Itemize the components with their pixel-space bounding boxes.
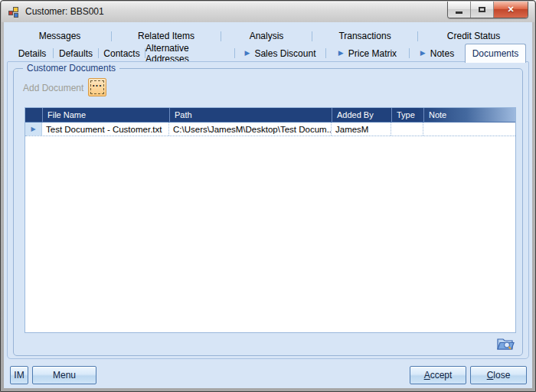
grid-header-file-name[interactable]: File Name	[42, 108, 169, 122]
row-selector-arrow-icon: ▶	[31, 126, 35, 132]
open-document-folder-button[interactable]	[496, 336, 515, 351]
tab-notes[interactable]: ▶ Notes	[410, 44, 465, 62]
maximize-button[interactable]	[471, 2, 494, 18]
grid-header-selector	[25, 108, 42, 122]
cell-added-by[interactable]: JamesM	[332, 122, 391, 136]
open-folder-icon	[496, 336, 515, 351]
app-window: Customer: BBS001 ✕ Messages Related Item…	[0, 0, 536, 392]
close-button[interactable]: ✕	[494, 2, 528, 18]
row-selector-cell[interactable]: ▶	[25, 122, 42, 136]
grid-header-row: File Name Path Added By Type Note	[25, 108, 515, 122]
accept-button[interactable]: Accept	[410, 366, 466, 384]
im-button[interactable]: IM	[10, 366, 28, 384]
menu-button[interactable]: Menu	[32, 366, 96, 384]
close-icon: ✕	[507, 5, 514, 15]
tab-messages[interactable]: Messages	[8, 28, 111, 44]
tab-defaults[interactable]: Defaults	[54, 44, 98, 62]
winforms-app-icon	[8, 7, 20, 18]
grid-header-path[interactable]: Path	[169, 108, 332, 122]
tab-sales-discount[interactable]: ▶ Sales Discount	[235, 44, 325, 62]
cell-type[interactable]	[391, 122, 423, 136]
add-document-label: Add Document	[23, 83, 83, 93]
tab-analysis[interactable]: Analysis	[221, 28, 312, 44]
tab-details[interactable]: Details	[11, 44, 53, 62]
cell-file-name[interactable]: Test Document - Customer.txt	[42, 122, 169, 136]
minimize-icon	[456, 11, 462, 14]
tab-transactions[interactable]: Transactions	[312, 28, 417, 44]
add-document-browse-button[interactable]: ...	[88, 78, 106, 96]
grid-header-added-by[interactable]: Added By	[332, 108, 391, 122]
documents-grid: File Name Path Added By Type Note ▶ Test…	[25, 107, 516, 333]
customer-documents-groupbox: Customer Documents Add Document ... File…	[13, 68, 523, 356]
table-row[interactable]: ▶ Test Document - Customer.txt C:\Users\…	[25, 122, 515, 136]
tab-contacts[interactable]: Contacts	[99, 44, 145, 62]
grid-header-note[interactable]: Note	[423, 108, 515, 122]
tab-strip-top: Messages Related Items Analysis Transact…	[8, 28, 529, 44]
play-arrow-icon: ▶	[338, 50, 344, 57]
tab-price-matrix[interactable]: ▶ Price Matrix	[326, 44, 409, 62]
caption-button-group: ✕	[447, 2, 528, 18]
cell-note[interactable]	[423, 122, 515, 136]
window-title: Customer: BBS001	[25, 6, 104, 17]
play-arrow-icon: ▶	[245, 50, 250, 57]
close-form-button[interactable]: Close	[470, 366, 527, 384]
grid-header-type[interactable]: Type	[391, 108, 423, 122]
play-arrow-icon: ▶	[420, 50, 426, 57]
tab-strip-bottom: Details Defaults Contacts Alternative Ad…	[11, 44, 526, 62]
form-client-area: Messages Related Items Analysis Transact…	[4, 22, 532, 388]
ellipsis-icon: ...	[90, 80, 104, 94]
maximize-icon	[479, 7, 485, 12]
tab-alternative-addresses[interactable]: Alternative Addresses	[145, 44, 234, 62]
title-bar[interactable]: Customer: BBS001 ✕	[2, 2, 534, 22]
minimize-button[interactable]	[448, 2, 471, 18]
groupbox-title: Customer Documents	[23, 63, 119, 74]
tab-documents[interactable]: Documents	[465, 44, 526, 63]
cell-path[interactable]: C:\Users\JamesM\Desktop\Test Docum...	[169, 122, 332, 136]
tab-credit-status[interactable]: Credit Status	[418, 28, 529, 44]
